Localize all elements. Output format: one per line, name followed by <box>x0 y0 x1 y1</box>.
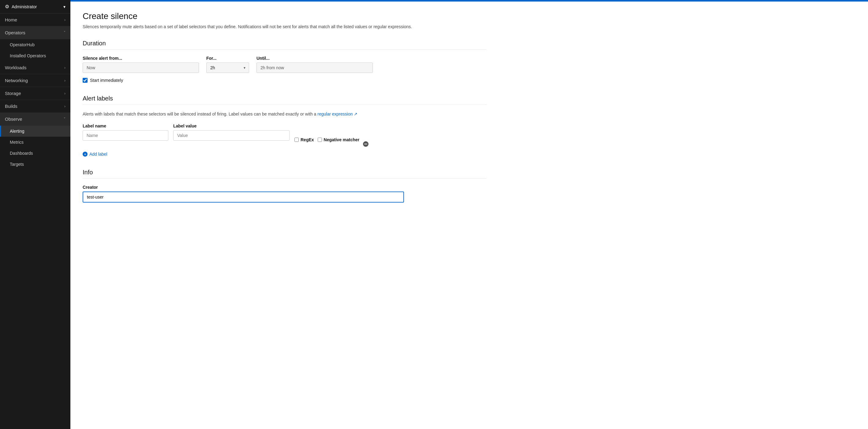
page-content: Create silence Silences temporarily mute… <box>70 2 499 225</box>
chevron-right-icon: › <box>64 104 65 109</box>
alert-labels-description: Alerts with labels that match these sele… <box>83 111 487 117</box>
info-section: Info Creator <box>83 169 487 203</box>
silence-for-label: For... <box>206 56 249 61</box>
sidebar-item-operators[interactable]: Operators ˅ <box>0 26 70 39</box>
silence-for-select-wrapper: 30m 1h 2h 4h 8h 1d <box>206 62 249 73</box>
label-value-col: Label value <box>173 123 289 141</box>
add-icon: + <box>83 152 88 156</box>
sidebar-item-metrics[interactable]: Metrics <box>0 137 70 148</box>
sidebar-item-builds[interactable]: Builds › <box>0 100 70 113</box>
silence-until-label: Until... <box>256 56 373 61</box>
sidebar-item-dashboards[interactable]: Dashboards <box>0 148 70 159</box>
alert-labels-section: Alert labels Alerts with labels that mat… <box>83 95 487 156</box>
start-immediately-row: Start immediately <box>83 78 487 83</box>
remove-icon <box>363 141 369 147</box>
sidebar-item-operatorhub-label: OperatorHub <box>10 42 35 47</box>
duration-section: Duration Silence alert from... For... 30… <box>83 40 487 83</box>
info-section-title: Info <box>83 169 487 179</box>
sidebar-item-builds-label: Builds <box>5 104 18 109</box>
start-immediately-checkbox[interactable] <box>83 78 88 83</box>
creator-input[interactable] <box>83 192 404 203</box>
sidebar-item-networking-label: Networking <box>5 78 28 83</box>
regex-checkbox-item: RegEx <box>294 137 314 142</box>
sidebar-header[interactable]: ⚙ Administrator ▾ <box>0 0 70 13</box>
silence-from-label: Silence alert from... <box>83 56 199 61</box>
sidebar-item-alerting-label: Alerting <box>10 129 24 134</box>
silence-for-group: For... 30m 1h 2h 4h 8h 1d <box>206 56 249 73</box>
sidebar-item-operators-label: Operators <box>5 30 25 35</box>
duration-section-title: Duration <box>83 40 487 50</box>
negative-matcher-checkbox-item: Negative matcher <box>318 137 360 142</box>
chevron-down-icon: ˅ <box>64 117 65 121</box>
sidebar-item-storage-label: Storage <box>5 91 21 96</box>
sidebar-item-observe-label: Observe <box>5 116 22 122</box>
label-name-col-header: Label name <box>83 123 168 128</box>
label-value-input[interactable] <box>173 130 289 141</box>
creator-label: Creator <box>83 185 487 190</box>
sidebar-item-workloads-label: Workloads <box>5 65 27 70</box>
regex-checkbox-label[interactable]: RegEx <box>301 137 314 142</box>
label-row: Label name Label value RegEx <box>83 123 487 147</box>
sidebar-item-observe[interactable]: Observe ˅ <box>0 113 70 126</box>
admin-menu[interactable]: ⚙ Administrator <box>5 4 37 9</box>
creator-field-group: Creator <box>83 185 487 203</box>
silence-until-input <box>256 62 373 73</box>
chevron-right-icon: › <box>64 18 65 22</box>
start-immediately-label[interactable]: Start immediately <box>90 78 123 83</box>
silence-for-select[interactable]: 30m 1h 2h 4h 8h 1d <box>206 62 249 73</box>
external-link-icon: ↗ <box>354 112 358 116</box>
sidebar-item-networking[interactable]: Networking › <box>0 74 70 87</box>
add-label-text: Add label <box>89 152 107 156</box>
sidebar-item-home[interactable]: Home › <box>0 13 70 26</box>
chevron-down-icon: ˅ <box>64 31 65 35</box>
sidebar: ⚙ Administrator ▾ Home › Operators ˅ Ope… <box>0 0 70 429</box>
silence-until-group: Until... <box>256 56 373 73</box>
sidebar-item-alerting[interactable]: Alerting <box>0 126 70 137</box>
sidebar-item-installed-operators-label: Installed Operators <box>10 53 46 58</box>
page-title: Create silence <box>83 11 487 21</box>
regex-checkbox[interactable] <box>294 138 299 142</box>
silence-from-group: Silence alert from... <box>83 56 199 73</box>
admin-chevron-icon: ▾ <box>63 4 65 9</box>
regex-link[interactable]: regular expression ↗ <box>317 112 358 116</box>
chevron-right-icon: › <box>64 79 65 83</box>
label-name-col: Label name <box>83 123 168 141</box>
sidebar-item-storage[interactable]: Storage › <box>0 87 70 100</box>
chevron-right-icon: › <box>64 65 65 70</box>
negative-matcher-checkbox[interactable] <box>318 138 322 142</box>
duration-grid: Silence alert from... For... 30m 1h 2h 4… <box>83 56 487 73</box>
sidebar-item-dashboards-label: Dashboards <box>10 151 33 156</box>
svg-rect-1 <box>364 144 367 144</box>
sidebar-item-installed-operators[interactable]: Installed Operators <box>0 50 70 61</box>
label-name-input[interactable] <box>83 130 168 141</box>
regex-link-text: regular expression <box>317 112 352 116</box>
admin-title: Administrator <box>12 4 37 9</box>
chevron-right-icon: › <box>64 91 65 95</box>
alert-labels-section-title: Alert labels <box>83 95 487 105</box>
alert-labels-desc-text: Alerts with labels that match these sele… <box>83 112 317 116</box>
sidebar-item-workloads[interactable]: Workloads › <box>0 61 70 74</box>
sidebar-item-targets[interactable]: Targets <box>0 159 70 170</box>
label-options-col: RegEx Negative matcher <box>294 133 369 147</box>
label-value-col-header: Label value <box>173 123 289 128</box>
silence-from-input[interactable] <box>83 62 199 73</box>
negative-matcher-checkbox-label[interactable]: Negative matcher <box>324 137 360 142</box>
sidebar-item-targets-label: Targets <box>10 162 24 167</box>
add-label-button[interactable]: + Add label <box>83 152 487 156</box>
remove-label-button[interactable] <box>363 141 369 147</box>
page-description: Silences temporarily mute alerts based o… <box>83 24 487 30</box>
sidebar-item-operatorhub[interactable]: OperatorHub <box>0 39 70 50</box>
main-content: Create silence Silences temporarily mute… <box>70 0 868 429</box>
sidebar-item-metrics-label: Metrics <box>10 140 24 145</box>
sidebar-item-home-label: Home <box>5 17 17 22</box>
gear-icon: ⚙ <box>5 4 9 9</box>
